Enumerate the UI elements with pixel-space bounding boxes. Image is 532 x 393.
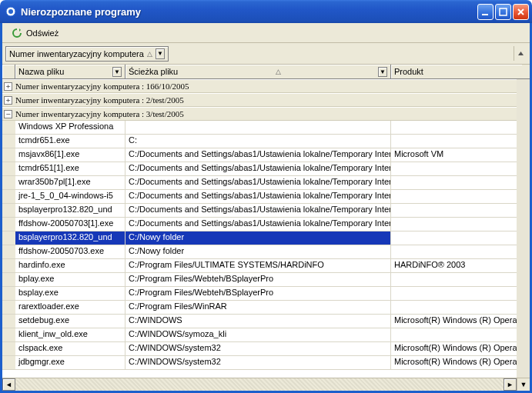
minimize-button[interactable] xyxy=(477,4,494,20)
sort-asc-icon: △ xyxy=(147,50,152,58)
row-indent xyxy=(2,328,15,341)
row-indent xyxy=(2,273,15,286)
group-row[interactable]: −Numer inwentaryzacyjny komputera : 3/te… xyxy=(2,107,530,121)
cell-product xyxy=(391,287,522,300)
cell-name: ffdshow-20050703.exe xyxy=(15,245,125,258)
table-row[interactable]: jre-1_5_0_04-windows-i5C:/Documents and … xyxy=(2,190,530,204)
cell-path: C:/Documents and Settings/abas1/Ustawien… xyxy=(125,218,391,231)
close-button[interactable] xyxy=(513,4,529,20)
table-row[interactable]: bsplayerpro132.820_undC:/Nowy folder xyxy=(2,231,530,245)
row-indent xyxy=(2,287,15,300)
expand-icon[interactable]: + xyxy=(4,82,12,91)
vertical-scrollbar[interactable] xyxy=(517,79,530,378)
cell-product: Microsoft VM xyxy=(391,148,522,162)
groupbar-scroll-up[interactable] xyxy=(514,46,527,61)
table-row[interactable]: bsplay.exeC:/Program Files/Webteh/BSplay… xyxy=(2,287,530,301)
table-row[interactable]: jdbgmgr.exeC:/WINDOWS/system32Microsoft(… xyxy=(2,356,530,370)
cell-path: C:/Nowy folder xyxy=(125,245,391,258)
cell-path: C:/Documents and Settings/abas1/Ustawien… xyxy=(125,190,391,203)
rows-container: +Numer inwentaryzacyjny komputera : 166/… xyxy=(2,79,530,378)
table-row[interactable]: msjavx86[1].exeC:/Documents and Settings… xyxy=(2,148,530,162)
row-indent xyxy=(2,342,15,355)
scroll-down-button[interactable]: ▼ xyxy=(517,378,530,391)
table-row[interactable]: bplay.exeC:/Program Files/Webteh/BSplaye… xyxy=(2,273,530,287)
cell-path: C:/Program Files/Webteh/BSplayerPro xyxy=(125,273,391,286)
group-chip-label: Numer inwentaryzacyjny komputera xyxy=(9,49,144,58)
cell-name: bplay.exe xyxy=(15,273,125,286)
cell-name: hardinfo.exe xyxy=(15,259,125,272)
cell-product xyxy=(391,231,522,245)
refresh-label: Odśwież xyxy=(26,28,59,38)
cell-name: clspack.exe xyxy=(15,342,125,355)
cell-name: ffdshow-20050703[1].exe xyxy=(15,218,125,231)
window-frame: Odśwież Numer inwentaryzacyjny komputera… xyxy=(0,23,532,393)
cell-name: Windows XP Professiona xyxy=(15,121,125,134)
table-row[interactable]: rarextloader.exeC:/Program Files/WinRAR xyxy=(2,301,530,315)
cell-product: Microsoft(R) Windows (R) Opera xyxy=(391,315,522,328)
refresh-button[interactable]: Odśwież xyxy=(5,25,64,42)
cell-product xyxy=(391,328,522,341)
row-indent xyxy=(2,162,15,175)
cell-product: HARDiNFO® 2003 xyxy=(391,259,522,272)
data-grid: Nazwa pliku ▼ Ścieżka pliku △ ▼ Produkt … xyxy=(2,65,530,391)
row-indent xyxy=(2,245,15,258)
horizontal-scrollbar: ◄ ► ▼ xyxy=(2,378,530,391)
group-by-bar: Numer inwentaryzacyjny komputera △ ▼ xyxy=(2,43,530,65)
table-row[interactable]: tcmdr651.exeC: xyxy=(2,135,530,148)
cell-product xyxy=(391,176,522,189)
column-header-product[interactable]: Produkt xyxy=(391,65,522,78)
table-row[interactable]: ffdshow-20050703[1].exeC:/Documents and … xyxy=(2,218,530,231)
table-row[interactable]: ffdshow-20050703.exeC:/Nowy folder xyxy=(2,245,530,259)
refresh-icon xyxy=(11,27,23,39)
column-header-label: Produkt xyxy=(394,67,423,76)
cell-path: C: xyxy=(125,135,391,148)
table-row[interactable]: wrar350b7pl[1].exeC:/Documents and Setti… xyxy=(2,176,530,190)
row-indent xyxy=(2,176,15,189)
cell-path: C:/Documents and Settings/abas1/Ustawien… xyxy=(125,204,391,217)
cell-path: C:/Documents and Settings/abas1/Ustawien… xyxy=(125,162,391,175)
row-indent xyxy=(2,135,15,148)
group-chip[interactable]: Numer inwentaryzacyjny komputera △ ▼ xyxy=(5,46,169,62)
cell-path xyxy=(125,121,391,134)
cell-product xyxy=(391,135,522,148)
cell-name: setdebug.exe xyxy=(15,315,125,328)
scroll-right-button[interactable]: ► xyxy=(504,378,517,391)
table-row[interactable]: Windows XP Professiona xyxy=(2,121,530,135)
cell-path: C:/WINDOWS xyxy=(125,315,391,328)
cell-path: C:/Documents and Settings/abas1/Ustawien… xyxy=(125,148,391,162)
collapse-icon[interactable]: − xyxy=(4,110,12,118)
expand-column-header xyxy=(2,65,15,78)
row-indent xyxy=(2,301,15,314)
title-bar: Nierozpoznane programy xyxy=(0,0,532,23)
group-row[interactable]: +Numer inwentaryzacyjny komputera : 166/… xyxy=(2,79,530,93)
cell-product xyxy=(391,218,522,231)
maximize-button[interactable] xyxy=(495,4,511,20)
column-header-name[interactable]: Nazwa pliku ▼ xyxy=(15,65,125,78)
table-row[interactable]: clspack.exeC:/WINDOWS/system32Microsoft(… xyxy=(2,342,530,356)
table-row[interactable]: setdebug.exeC:/WINDOWSMicrosoft(R) Windo… xyxy=(2,315,530,328)
row-indent xyxy=(2,204,15,217)
group-row[interactable]: +Numer inwentaryzacyjny komputera : 2/te… xyxy=(2,93,530,107)
cell-name: bsplayerpro132.820_und xyxy=(15,231,125,245)
group-label: Numer inwentaryzacyjny komputera : 166/1… xyxy=(15,82,189,91)
expand-icon[interactable]: + xyxy=(4,96,12,105)
row-indent xyxy=(2,259,15,272)
column-header-path[interactable]: Ścieżka pliku △ ▼ xyxy=(125,65,391,78)
column-headers: Nazwa pliku ▼ Ścieżka pliku △ ▼ Produkt xyxy=(2,65,530,79)
table-row[interactable]: hardinfo.exeC:/Program Files/ULTIMATE SY… xyxy=(2,259,530,273)
scroll-track[interactable] xyxy=(517,79,530,378)
chevron-down-icon[interactable]: ▼ xyxy=(156,48,165,59)
row-indent xyxy=(2,315,15,328)
table-row[interactable]: bsplayerpro132.820_undC:/Documents and S… xyxy=(2,204,530,218)
cell-path: C:/Program Files/WinRAR xyxy=(125,301,391,314)
scroll-left-button[interactable]: ◄ xyxy=(2,378,15,391)
cell-name: jre-1_5_0_04-windows-i5 xyxy=(15,190,125,203)
chevron-down-icon[interactable]: ▼ xyxy=(378,67,387,77)
cell-name: bsplayerpro132.820_und xyxy=(15,204,125,217)
table-row[interactable]: klient_inw_old.exeC:/WINDOWS/symoza_kli xyxy=(2,328,530,342)
column-header-label: Nazwa pliku xyxy=(18,67,64,76)
scroll-track[interactable] xyxy=(15,378,504,391)
table-row[interactable]: tcmdr651[1].exeC:/Documents and Settings… xyxy=(2,162,530,176)
chevron-down-icon[interactable]: ▼ xyxy=(112,67,122,77)
cell-name: tcmdr651.exe xyxy=(15,135,125,148)
